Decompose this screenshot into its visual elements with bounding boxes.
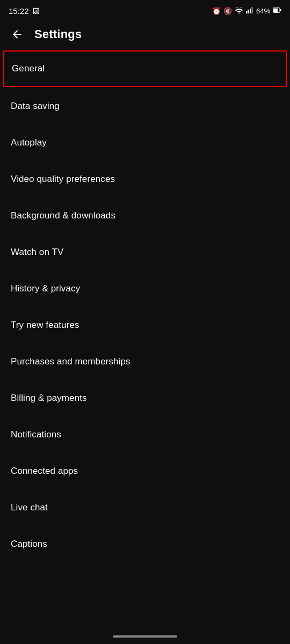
svg-point-0: [238, 12, 240, 13]
status-icons: ⏰ 🔇 64%: [212, 7, 281, 15]
status-bar: 15:22 🖼 ⏰ 🔇 64%: [0, 0, 290, 19]
wifi-icon: [235, 7, 243, 15]
back-button[interactable]: [9, 26, 26, 43]
settings-item-purchases-memberships[interactable]: Purchases and memberships: [0, 343, 290, 380]
signal-icon: [246, 7, 253, 15]
page-title: Settings: [34, 27, 82, 41]
svg-rect-4: [251, 7, 253, 13]
settings-item-data-saving[interactable]: Data saving: [0, 88, 290, 125]
battery-icon: [273, 7, 281, 15]
settings-item-captions[interactable]: Captions: [0, 526, 290, 562]
battery-label: 64%: [256, 7, 270, 15]
settings-item-try-new-features[interactable]: Try new features: [0, 307, 290, 343]
svg-rect-1: [246, 11, 248, 13]
mute-icon: 🔇: [223, 7, 232, 15]
settings-item-watch-on-tv[interactable]: Watch on TV: [0, 234, 290, 270]
settings-item-connected-apps[interactable]: Connected apps: [0, 453, 290, 489]
settings-item-billing-payments[interactable]: Billing & payments: [0, 380, 290, 416]
settings-item-notifications[interactable]: Notifications: [0, 416, 290, 453]
bottom-nav-indicator: [113, 635, 177, 638]
svg-rect-6: [273, 8, 278, 12]
settings-item-live-chat[interactable]: Live chat: [0, 489, 290, 526]
settings-item-history-privacy[interactable]: History & privacy: [0, 270, 290, 307]
alarm-icon: ⏰: [212, 7, 221, 15]
status-time: 15:22 🖼: [9, 6, 39, 16]
settings-item-autoplay[interactable]: Autoplay: [0, 125, 290, 161]
settings-list: GeneralData savingAutoplayVideo quality …: [0, 50, 290, 562]
svg-rect-7: [280, 9, 281, 11]
screenshot-icon: 🖼: [32, 7, 39, 15]
settings-item-general[interactable]: General: [3, 50, 287, 87]
time-label: 15:22: [9, 6, 29, 16]
svg-rect-3: [250, 9, 251, 13]
header: Settings: [0, 19, 290, 49]
settings-item-background-downloads[interactable]: Background & downloads: [0, 197, 290, 234]
settings-item-video-quality[interactable]: Video quality preferences: [0, 161, 290, 197]
svg-rect-2: [248, 10, 249, 13]
